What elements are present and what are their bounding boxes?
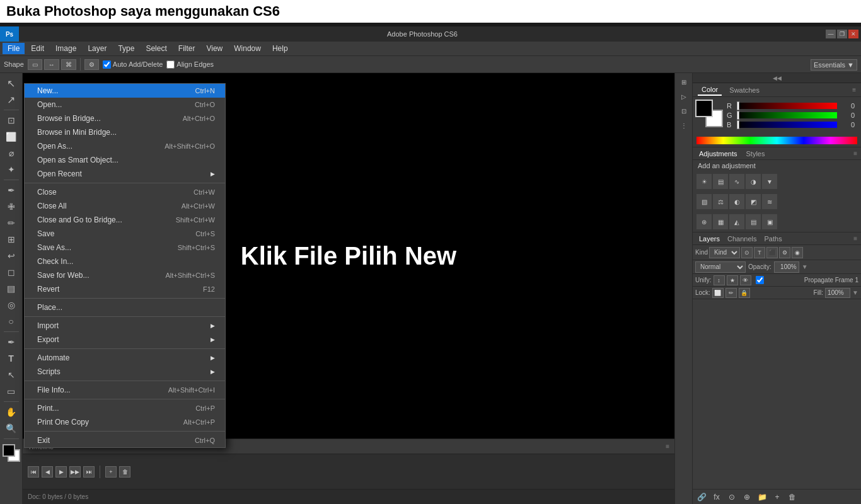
menu-type[interactable]: Type [113,43,139,54]
timeline-end-btn[interactable]: ⏭ [83,466,95,478]
menu-item-open[interactable]: Open... Ctrl+O [25,98,225,112]
tool-magic-wand[interactable]: ✦ [3,162,20,177]
close-button[interactable]: ✕ [848,30,858,38]
tool-eraser[interactable]: ◻ [3,265,20,280]
propagate-checkbox[interactable] [756,276,764,284]
adj-levels-btn[interactable]: ▤ [713,174,728,189]
timeline-collapse-icon[interactable]: ≡ [666,443,669,450]
layer-new-btn[interactable]: + [771,491,783,503]
menu-window[interactable]: Window [229,43,266,54]
red-slider-thumb[interactable] [737,101,739,110]
adj-options-icon[interactable]: ≡ [853,150,857,157]
layer-fx-btn[interactable]: fx [710,491,723,503]
tab-adjustments[interactable]: Adjustments [696,149,740,158]
tool-crop[interactable]: ⊡ [3,113,20,128]
lock-position-btn[interactable]: ✏ [725,288,737,298]
layer-mask-btn[interactable]: ⊙ [725,491,738,503]
adj-bw-btn[interactable]: ◐ [729,194,744,209]
menu-item-close-all[interactable]: Close All Alt+Ctrl+W [25,199,225,213]
minimize-button[interactable]: — [826,30,836,38]
menu-item-revert[interactable]: Revert F12 [25,282,225,296]
tool-heal[interactable]: ✙ [3,199,20,214]
menu-item-browse-mini-bridge[interactable]: Browse in Mini Bridge... [25,125,225,139]
menu-item-check-in[interactable]: Check In... [25,255,225,268]
menu-item-open-smart[interactable]: Open as Smart Object... [25,153,225,167]
menu-edit[interactable]: Edit [26,43,49,54]
auto-add-delete-checkbox[interactable] [103,60,111,69]
tool-shape[interactable]: ▭ [3,384,20,399]
tool-type[interactable]: T [3,351,20,366]
menu-file[interactable]: File [3,43,25,54]
tool-eyedropper[interactable]: ✒ [3,183,20,198]
menu-item-print-one[interactable]: Print One Copy Alt+Ctrl+P [25,415,225,429]
opacity-input[interactable] [774,261,799,273]
layer-adj-btn[interactable]: ⊕ [741,491,753,503]
tool-path-select[interactable]: ↖ [3,367,20,382]
timeline-next-btn[interactable]: ▶▶ [69,466,81,478]
layers-options-icon[interactable]: ≡ [853,235,857,242]
menu-item-print[interactable]: Print... Ctrl+P [25,401,225,415]
essentials-btn[interactable]: Essentials ▼ [811,59,857,71]
tab-color[interactable]: Color [698,84,722,96]
menu-item-file-info[interactable]: File Info... Alt+Shift+Ctrl+I [25,383,225,397]
layer-link-btn[interactable]: 🔗 [695,491,708,503]
tab-channels[interactable]: Channels [725,234,759,243]
adj-exposure-btn[interactable]: ◑ [746,174,761,189]
layer-group-btn[interactable]: 📁 [756,491,768,503]
menu-item-save[interactable]: Save Ctrl+S [25,227,225,241]
unify-style-btn[interactable]: ★ [727,275,738,285]
timeline-start-btn[interactable]: ⏮ [28,466,39,478]
color-spectrum[interactable] [693,135,861,147]
tool-brush[interactable]: ✏ [3,215,20,231]
tool-blur[interactable]: ◎ [3,297,20,312]
menu-layer[interactable]: Layer [83,43,112,54]
lock-all-btn[interactable]: 🔒 [739,288,750,298]
timeline-add-btn[interactable]: + [105,466,117,478]
menu-item-save-as[interactable]: Save As... Shift+Ctrl+S [25,241,225,255]
menu-item-browse-bridge[interactable]: Browse in Bridge... Alt+Ctrl+O [25,112,225,125]
tool-pen[interactable]: ✒ [3,335,20,350]
tab-paths[interactable]: Paths [762,234,785,243]
layers-blend-mode-select[interactable]: Normal [695,261,746,273]
unify-position-btn[interactable]: ↕ [714,275,725,285]
adj-hsl-btn[interactable]: ▧ [696,194,712,209]
tab-styles[interactable]: Styles [744,149,768,158]
adj-vibrance-btn[interactable]: ▼ [762,174,777,189]
color-panel-options-icon[interactable]: ≡ [852,86,856,93]
unify-visibility-btn[interactable]: 👁 [740,275,751,285]
adj-posterize-btn[interactable]: ▦ [713,214,728,229]
layers-kind-select[interactable]: Kind [709,247,740,258]
tool-zoom[interactable]: 🔍 [3,421,20,436]
menu-item-new[interactable]: New... Ctrl+N [25,84,225,98]
fill-dropdown[interactable]: ▼ [852,289,858,296]
timeline-play-btn[interactable]: ▶ [55,466,67,478]
tool-marquee[interactable]: ⬜ [3,129,20,144]
adj-invert-btn[interactable]: ⊛ [696,214,712,229]
lock-pixels-btn[interactable]: ⬜ [712,288,724,298]
fg-color-swatch[interactable] [695,100,713,117]
menu-item-automate[interactable]: Automate [25,351,225,365]
strip-btn-3[interactable]: ⊡ [678,105,690,117]
strip-btn-4[interactable]: ⋮ [678,119,690,132]
tool-direct-select[interactable]: ↗ [3,92,20,107]
adj-channelmix-btn[interactable]: ≋ [762,194,777,209]
green-slider-thumb[interactable] [737,111,739,120]
adj-threshold-btn[interactable]: ◭ [729,214,744,229]
menu-select[interactable]: Select [141,43,171,54]
menu-item-close[interactable]: Close Ctrl+W [25,185,225,199]
tab-swatches[interactable]: Swatches [725,85,763,95]
adj-colorbalance-btn[interactable]: ⚖ [713,194,728,209]
adj-gradient-btn[interactable]: ▤ [746,214,761,229]
blue-slider-thumb[interactable] [737,120,739,129]
layers-filter-toggle[interactable]: ◉ [792,247,803,258]
adj-selectivecolor-btn[interactable]: ▣ [762,214,777,229]
menu-help[interactable]: Help [267,43,293,54]
adj-brightness-btn[interactable]: ☀ [696,174,712,189]
align-edges-checkbox[interactable] [166,60,175,69]
layers-filter-btn1[interactable]: ⊙ [741,247,753,258]
tool-stamp[interactable]: ⊞ [3,232,20,247]
shape-move-btn[interactable]: ↔ [44,59,59,70]
foreground-color[interactable] [3,444,15,457]
tool-history-brush[interactable]: ↩ [3,248,20,263]
menu-image[interactable]: Image [50,43,81,54]
